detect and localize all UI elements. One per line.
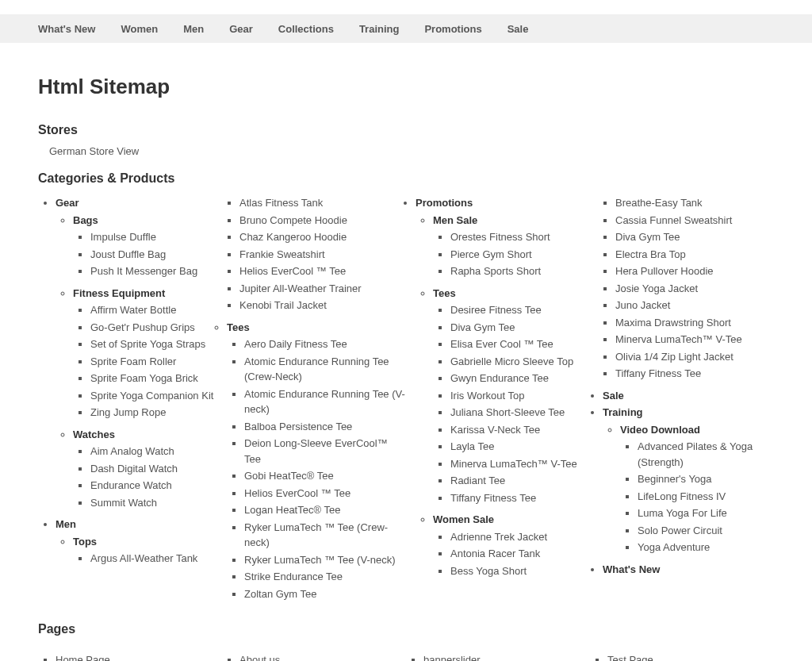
link-item[interactable]: Maxima Drawstring Short: [615, 317, 731, 329]
link-item[interactable]: Impulse Duffle: [90, 231, 156, 243]
link-item[interactable]: Zing Jump Rope: [90, 406, 166, 418]
link-item[interactable]: Tiffany Fitness Tee: [615, 367, 701, 379]
link-item[interactable]: Antonia Racer Tank: [450, 548, 540, 559]
link-item[interactable]: Rapha Sports Short: [450, 265, 541, 277]
link-item[interactable]: Deion Long-Sleeve EverCool™ Tee: [244, 437, 388, 465]
link-item[interactable]: Affirm Water Bottle: [90, 304, 176, 316]
link-item[interactable]: Aim Analog Watch: [90, 445, 174, 457]
link-item[interactable]: Sprite Foam Roller: [90, 355, 176, 367]
link-item[interactable]: Josie Yoga Jacket: [615, 282, 698, 294]
link-item[interactable]: Helios EverCool ™ Tee: [239, 265, 346, 277]
link-item[interactable]: Joust Duffle Bag: [90, 248, 166, 260]
link-item[interactable]: Pierce Gym Short: [450, 248, 532, 260]
link-item[interactable]: Atomic Endurance Running Tee (Crew-Neck): [244, 355, 389, 383]
cat-gear[interactable]: Gear: [56, 197, 79, 209]
link-item[interactable]: Kenobi Trail Jacket: [239, 299, 327, 311]
nav-women[interactable]: Women: [121, 23, 158, 35]
link-item[interactable]: Desiree Fitness Tee: [450, 304, 542, 316]
cat-video[interactable]: Video Download: [620, 424, 700, 436]
link-item[interactable]: Minerva LumaTech™ V-Tee: [450, 458, 577, 470]
link-item[interactable]: Frankie Sweatshirt: [239, 248, 325, 260]
link-item[interactable]: Gwyn Endurance Tee: [450, 372, 549, 384]
link-item[interactable]: Strike Endurance Tee: [244, 571, 343, 582]
link-item[interactable]: Balboa Persistence Tee: [244, 421, 352, 432]
nav-sale[interactable]: Sale: [508, 23, 529, 35]
link-item[interactable]: Beginner's Yoga: [638, 473, 712, 485]
link-item[interactable]: Atomic Endurance Running Tee (V-neck): [244, 388, 405, 416]
link-item[interactable]: Argus All-Weather Tank: [90, 552, 197, 564]
link-item[interactable]: Dash Digital Watch: [90, 463, 178, 475]
nav-promotions[interactable]: Promotions: [424, 23, 481, 35]
link-item[interactable]: Sprite Foam Yoga Brick: [90, 372, 198, 384]
cat-whats-new[interactable]: What's New: [603, 563, 660, 575]
link-item[interactable]: Hera Pullover Hoodie: [615, 265, 714, 277]
link-item[interactable]: Bruno Compete Hoodie: [239, 214, 347, 226]
cat-men[interactable]: Men: [56, 518, 76, 530]
cat-sale[interactable]: Sale: [603, 390, 624, 402]
link-item[interactable]: Atlas Fitness Tank: [239, 197, 323, 209]
link-item[interactable]: Juliana Short-Sleeve Tee: [450, 406, 565, 418]
link-item[interactable]: Aero Daily Fitness Tee: [244, 338, 347, 350]
nav-collections[interactable]: Collections: [278, 23, 334, 35]
link-item[interactable]: Diva Gym Tee: [615, 231, 680, 243]
link-item[interactable]: Adrienne Trek Jacket: [450, 531, 547, 543]
link-item[interactable]: Gobi HeatTec® Tee: [244, 470, 334, 482]
main-content: Html Sitemap Stores German Store View Ca…: [0, 43, 812, 661]
link-item[interactable]: Go-Get'r Pushup Grips: [90, 321, 195, 333]
link-item[interactable]: Diva Gym Tee: [450, 321, 515, 333]
link-item[interactable]: Minerva LumaTech™ V-Tee: [615, 333, 742, 345]
link-item[interactable]: Helios EverCool ™ Tee: [244, 487, 350, 499]
cat-tees[interactable]: Tees: [227, 321, 250, 333]
nav-men[interactable]: Men: [183, 23, 204, 35]
link-item[interactable]: Gabrielle Micro Sleeve Top: [450, 355, 573, 367]
cat-men-sale[interactable]: Men Sale: [433, 214, 477, 226]
link-item[interactable]: Iris Workout Top: [450, 390, 524, 402]
nav-training[interactable]: Training: [359, 23, 400, 35]
link-item[interactable]: Push It Messenger Bag: [90, 265, 197, 277]
cat-tops[interactable]: Tops: [73, 536, 97, 548]
nav-whats-new[interactable]: What's New: [38, 23, 95, 35]
link-item[interactable]: Electra Bra Top: [615, 248, 686, 260]
cat-fitness[interactable]: Fitness Equipment: [73, 287, 165, 299]
link-item[interactable]: Layla Tee: [450, 440, 494, 452]
cat-tees-promo[interactable]: Tees: [433, 287, 456, 299]
link-item[interactable]: Elisa Ever Cool ™ Tee: [450, 338, 553, 350]
link-item[interactable]: Olivia 1/4 Zip Light Jacket: [615, 351, 733, 363]
link-item[interactable]: Cassia Funnel Sweatshirt: [615, 214, 732, 226]
col-1: Gear Bags Impulse Duffle Joust Duffle Ba…: [38, 194, 222, 608]
link-item[interactable]: Advanced Pilates & Yoga (Strength): [638, 440, 753, 468]
nav-gear[interactable]: Gear: [229, 23, 253, 35]
cat-training[interactable]: Training: [603, 406, 643, 418]
page-link[interactable]: Test Page: [607, 654, 653, 661]
link-item[interactable]: Radiant Tee: [450, 475, 505, 486]
link-item[interactable]: Ryker LumaTech ™ Tee (V-neck): [244, 554, 396, 566]
link-item[interactable]: Solo Power Circuit: [638, 525, 722, 536]
link-item[interactable]: Breathe-Easy Tank: [615, 197, 703, 209]
page-link[interactable]: Home Page: [56, 654, 110, 661]
link-item[interactable]: Ryker LumaTech ™ Tee (Crew-neck): [244, 521, 388, 549]
page-link[interactable]: About us: [239, 654, 280, 661]
link-item[interactable]: Juno Jacket: [615, 299, 670, 311]
link-item[interactable]: Endurance Watch: [90, 479, 172, 491]
link-item[interactable]: Tiffany Fitness Tee: [450, 492, 536, 504]
link-item[interactable]: Summit Watch: [90, 497, 157, 509]
store-link[interactable]: German Store View: [49, 145, 139, 157]
link-item[interactable]: Karissa V-Neck Tee: [450, 424, 540, 436]
cat-watches[interactable]: Watches: [73, 428, 115, 440]
main-nav: What's New Women Men Gear Collections Tr…: [0, 14, 812, 43]
link-item[interactable]: Chaz Kangeroo Hoodie: [239, 231, 347, 243]
link-item[interactable]: Zoltan Gym Tee: [244, 588, 317, 600]
cat-women-sale[interactable]: Women Sale: [433, 513, 494, 525]
link-item[interactable]: Bess Yoga Short: [450, 565, 527, 577]
link-item[interactable]: Set of Sprite Yoga Straps: [90, 338, 205, 350]
cat-promotions[interactable]: Promotions: [416, 197, 473, 209]
link-item[interactable]: Sprite Yoga Companion Kit: [90, 390, 213, 402]
link-item[interactable]: Yoga Adventure: [638, 541, 710, 553]
cat-bags[interactable]: Bags: [73, 214, 98, 226]
page-link[interactable]: bannerslider: [423, 654, 481, 661]
link-item[interactable]: Logan HeatTec® Tee: [244, 504, 340, 516]
link-item[interactable]: Orestes Fitness Short: [450, 231, 550, 243]
link-item[interactable]: LifeLong Fitness IV: [638, 490, 726, 502]
link-item[interactable]: Jupiter All-Weather Trainer: [239, 282, 362, 294]
link-item[interactable]: Luma Yoga For Life: [638, 507, 727, 519]
